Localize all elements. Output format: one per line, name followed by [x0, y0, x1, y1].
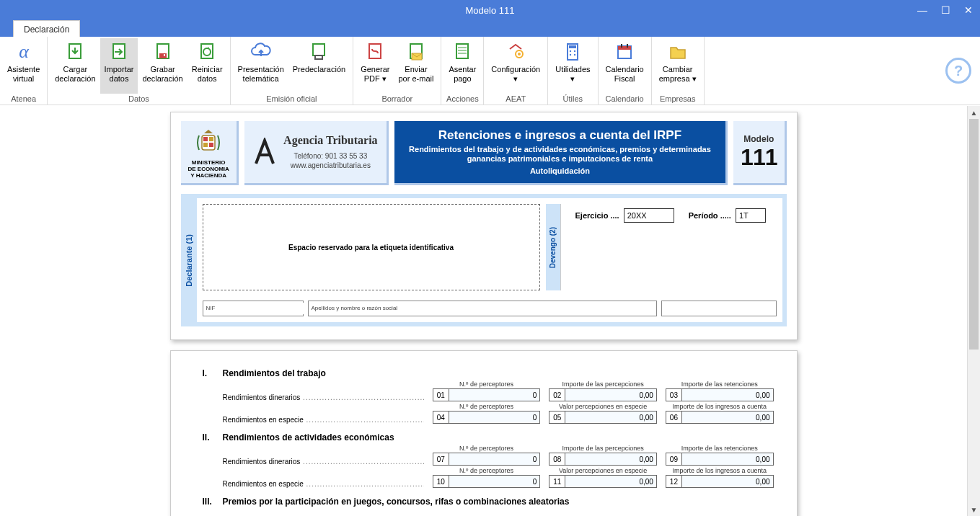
tab-declaracion[interactable]: Declaración — [13, 20, 80, 37]
print-doc-icon — [307, 40, 330, 63]
help-button[interactable]: ? — [945, 58, 971, 84]
reset-doc-icon — [195, 40, 218, 63]
svg-point-23 — [574, 50, 575, 52]
group-label-emision: Emisión oficial — [234, 94, 350, 104]
svg-rect-14 — [456, 44, 468, 58]
ribbon: α Asistente virtual Atenea Cargar declar… — [0, 37, 980, 105]
cloud-upload-icon — [250, 40, 273, 63]
close-button[interactable]: ✕ — [957, 0, 980, 20]
svg-rect-10 — [316, 56, 322, 58]
group-label-acciones: Acciones — [444, 94, 480, 104]
load-doc-icon — [63, 40, 87, 63]
generar-pdf-button[interactable]: Generar PDF ▾ — [356, 38, 394, 94]
calendario-fiscal-button[interactable]: Calendario Fiscal — [601, 38, 648, 94]
minimize-button[interactable]: — — [911, 0, 934, 20]
group-label-borrador: Borrador — [356, 94, 438, 104]
svg-point-24 — [570, 54, 571, 55]
svg-rect-8 — [313, 44, 325, 55]
pay-doc-icon — [451, 40, 474, 63]
titlebar: Modelo 111 — ☐ ✕ — [0, 0, 980, 20]
group-label-aeat: AEAT — [487, 94, 544, 104]
group-label-calendario: Calendario — [601, 94, 648, 104]
predeclaracion-button[interactable]: Predeclaración — [288, 38, 350, 94]
svg-rect-21 — [569, 45, 576, 48]
pdf-icon — [363, 40, 387, 63]
tab-row: Declaración — [0, 20, 980, 37]
svg-point-19 — [518, 53, 521, 55]
enviar-email-button[interactable]: Enviar por e-mail — [394, 38, 438, 94]
maximize-button[interactable]: ☐ — [934, 0, 957, 20]
asentar-pago-button[interactable]: Asentar pago — [444, 38, 480, 94]
svg-text:α: α — [19, 41, 30, 62]
calendar-icon — [613, 40, 636, 63]
configuracion-button[interactable]: Configuración ▾ — [487, 38, 544, 94]
svg-point-25 — [574, 54, 575, 55]
group-label-atenea: Atenea — [3, 94, 44, 104]
svg-rect-27 — [618, 46, 631, 50]
svg-rect-4 — [159, 53, 167, 58]
email-icon — [405, 40, 428, 63]
presentacion-telematica-button[interactable]: Presentación telemática — [234, 38, 288, 94]
alpha-icon: α — [12, 40, 35, 63]
folder-icon — [666, 40, 689, 63]
asistente-virtual-button[interactable]: α Asistente virtual — [3, 38, 44, 94]
svg-point-22 — [570, 50, 571, 52]
svg-rect-5 — [164, 54, 165, 56]
cambiar-empresa-button[interactable]: Cambiar empresa ▾ — [655, 38, 701, 94]
grabar-declaracion-button[interactable]: Grabar declaración — [138, 38, 187, 94]
group-label-empresas: Empresas — [655, 94, 701, 104]
cargar-declaracion-button[interactable]: Cargar declaración — [50, 38, 100, 94]
save-doc-icon — [151, 40, 175, 63]
gear-icon — [504, 40, 527, 63]
importar-datos-button[interactable]: Importar datos — [100, 38, 138, 94]
group-label-datos: Datos — [50, 94, 226, 104]
window-title: Modelo 111 — [466, 5, 515, 16]
calculator-icon — [561, 40, 584, 63]
group-label-utiles: Útiles — [551, 94, 594, 104]
import-icon — [107, 40, 131, 63]
reiniciar-datos-button[interactable]: Reiniciar datos — [187, 38, 227, 94]
utilidades-button[interactable]: Utilidades ▾ — [551, 38, 594, 94]
